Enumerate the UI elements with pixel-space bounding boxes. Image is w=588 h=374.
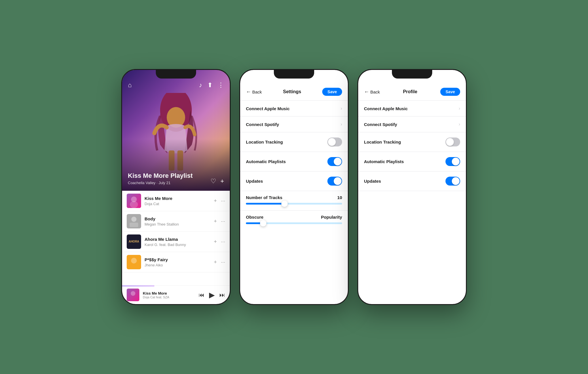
- profile-title: Profile: [403, 89, 417, 94]
- phone-notch: [274, 70, 314, 79]
- obscure-slider-track[interactable]: [246, 222, 342, 224]
- obscure-slider-header: Obscure Popularity: [246, 215, 342, 220]
- phone3-content: ← Back Profile Save Connect Apple Music …: [358, 70, 466, 304]
- tracks-slider-thumb[interactable]: [281, 201, 288, 207]
- add-track-icon[interactable]: +: [214, 259, 217, 265]
- svg-point-6: [130, 201, 138, 208]
- add-icon[interactable]: +: [220, 178, 224, 185]
- phone1-content: ⌂ ♪ ⬆ ⋮ Kiss Me More Playlist Coachella …: [122, 70, 230, 304]
- tracks-slider-header: Number of Tracks 10: [246, 195, 342, 200]
- track-artist: Megan Thee Stallion: [145, 222, 210, 226]
- chevron-right-icon: ›: [341, 106, 342, 111]
- profile-settings-list: Connect Apple Music › Connect Spotify › …: [358, 101, 466, 304]
- phone-notch: [156, 70, 196, 79]
- track-actions: + ···: [214, 259, 225, 265]
- track-name: P*$$y Fairy: [145, 257, 210, 262]
- hero-top-bar: ⌂ ♪ ⬆ ⋮: [122, 81, 230, 89]
- popularity-label: Popularity: [321, 215, 342, 220]
- track-list: Kiss Me More Doja Cat + ···: [122, 191, 230, 285]
- track-more-icon[interactable]: ···: [221, 218, 225, 224]
- more-icon[interactable]: ⋮: [218, 81, 224, 89]
- back-button[interactable]: ← Back: [246, 89, 262, 95]
- back-button[interactable]: ← Back: [364, 89, 380, 95]
- toggle-knob: [334, 177, 342, 185]
- chevron-right-icon: ›: [459, 122, 460, 127]
- svg-point-13: [131, 258, 137, 264]
- automatic-playlists-toggle[interactable]: [327, 157, 342, 166]
- add-track-icon[interactable]: +: [214, 198, 217, 204]
- track-name: Ahora Me Llama: [145, 237, 210, 242]
- settings-row-connect-spotify[interactable]: Connect Spotify ›: [240, 117, 348, 132]
- add-track-icon[interactable]: +: [214, 218, 217, 224]
- hero-info: Kiss Me More Playlist Coachella Valley ·…: [128, 172, 224, 185]
- prev-icon[interactable]: ⏮: [199, 292, 204, 298]
- tracks-slider-track[interactable]: [246, 203, 342, 205]
- svg-rect-9: [130, 223, 138, 227]
- save-button[interactable]: Save: [440, 88, 460, 96]
- profile-header: ← Back Profile Save: [358, 84, 466, 101]
- svg-point-8: [131, 217, 136, 222]
- profile-row-auto-playlists: Automatic Playlists: [358, 152, 466, 171]
- toggle-knob: [328, 138, 336, 146]
- track-info: Ahora Me Llama Karol G. feat. Bad Bunny: [145, 237, 210, 247]
- toggle-knob: [452, 177, 460, 185]
- settings-row-auto-playlists: Automatic Playlists: [240, 152, 348, 171]
- track-thumbnail: AHORA: [127, 234, 141, 249]
- track-artist: Doja Cat: [145, 202, 210, 206]
- track-more-icon[interactable]: ···: [221, 239, 225, 245]
- obscure-slider-thumb[interactable]: [260, 220, 266, 226]
- track-item: Body Megan Thee Stallion + ···: [122, 211, 230, 232]
- settings-row-connect-apple[interactable]: Connect Apple Music ›: [240, 101, 348, 117]
- playlist-hero: ⌂ ♪ ⬆ ⋮ Kiss Me More Playlist Coachella …: [122, 70, 230, 191]
- obscure-slider-section: Obscure Popularity: [240, 211, 348, 230]
- phone-notch: [392, 70, 432, 79]
- heart-icon[interactable]: ♡: [210, 178, 216, 185]
- track-more-icon[interactable]: ···: [221, 198, 225, 204]
- phone2-content: ← Back Settings Save Connect Apple Music…: [240, 70, 348, 304]
- track-actions: + ···: [214, 218, 225, 224]
- tracks-slider-value: 10: [337, 195, 342, 200]
- playlist-title: Kiss Me More Playlist: [128, 172, 224, 180]
- profile-row-connect-spotify[interactable]: Connect Spotify ›: [358, 117, 466, 132]
- location-tracking-toggle[interactable]: [445, 138, 460, 146]
- track-thumbnail: [127, 194, 141, 208]
- play-pause-icon[interactable]: ▶: [209, 291, 215, 299]
- connect-apple-label: Connect Apple Music: [364, 106, 408, 111]
- settings-row-updates: Updates: [240, 171, 348, 191]
- save-button[interactable]: Save: [322, 88, 342, 96]
- settings-row-location: Location Tracking: [240, 132, 348, 152]
- connect-spotify-label: Connect Spotify: [364, 122, 397, 127]
- toggle-knob: [446, 138, 454, 146]
- home-icon[interactable]: ⌂: [128, 81, 132, 89]
- updates-toggle[interactable]: [445, 177, 460, 186]
- track-more-icon[interactable]: ···: [221, 259, 225, 265]
- automatic-playlists-toggle[interactable]: [445, 157, 460, 166]
- phone-playlist: ⌂ ♪ ⬆ ⋮ Kiss Me More Playlist Coachella …: [121, 69, 231, 305]
- svg-point-15: [131, 291, 135, 296]
- now-playing-info: Kiss Me More Doja Cat feat. SZA: [143, 291, 195, 299]
- hero-top-right: ♪ ⬆ ⋮: [199, 81, 224, 89]
- next-icon[interactable]: ⏭: [219, 292, 225, 298]
- add-track-icon[interactable]: +: [214, 239, 217, 245]
- automatic-playlists-label: Automatic Playlists: [246, 159, 286, 164]
- tracks-slider-section: Number of Tracks 10: [240, 191, 348, 211]
- location-tracking-toggle[interactable]: [327, 138, 342, 146]
- toggle-knob: [452, 158, 460, 165]
- hero-actions: ♡ +: [210, 178, 224, 185]
- chevron-right-icon: ›: [459, 106, 460, 111]
- share-icon[interactable]: ⬆: [207, 81, 213, 89]
- now-playing-artist: Doja Cat feat. SZA: [143, 295, 195, 299]
- updates-label: Updates: [246, 179, 263, 184]
- profile-row-connect-apple[interactable]: Connect Apple Music ›: [358, 101, 466, 117]
- phone-settings: ← Back Settings Save Connect Apple Music…: [239, 69, 349, 305]
- track-info: Kiss Me More Doja Cat: [145, 196, 210, 206]
- playback-controls: ⏮ ▶ ⏭: [199, 291, 225, 299]
- updates-toggle[interactable]: [327, 177, 342, 186]
- tracks-slider-label: Number of Tracks: [246, 195, 282, 200]
- track-item: AHORA Ahora Me Llama Karol G. feat. Bad …: [122, 232, 230, 252]
- music-note-icon[interactable]: ♪: [199, 81, 202, 89]
- phones-container: ⌂ ♪ ⬆ ⋮ Kiss Me More Playlist Coachella …: [121, 69, 467, 305]
- location-tracking-label: Location Tracking: [364, 140, 401, 144]
- playback-progress: [122, 286, 154, 286]
- track-thumbnail: [127, 214, 141, 228]
